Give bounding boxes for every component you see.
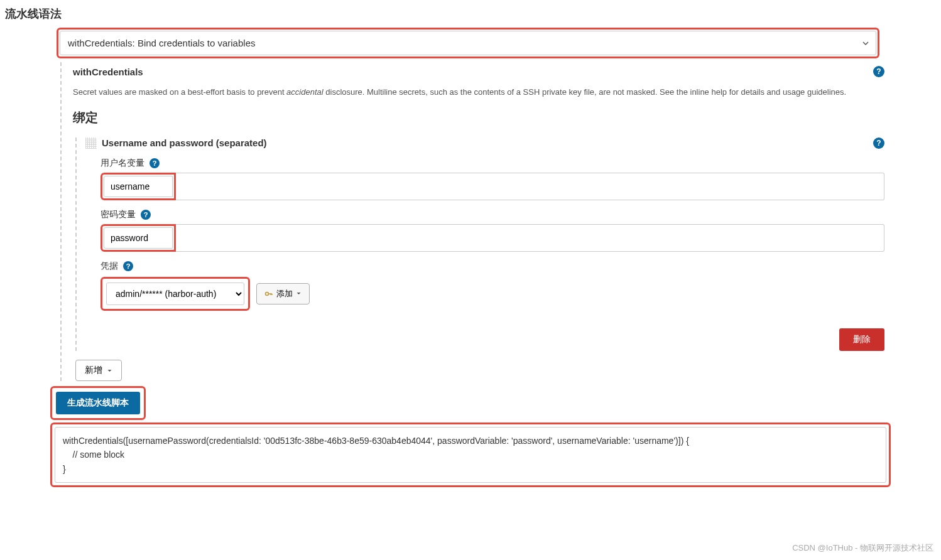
with-credentials-description: Secret values are masked on a best-effor… [73, 86, 884, 99]
username-variable-input-ext[interactable] [176, 173, 884, 200]
sample-step-selected-text: withCredentials: Bind credentials to var… [68, 38, 255, 48]
password-variable-label: 密码变量 [101, 209, 136, 220]
username-variable-highlight [101, 173, 176, 200]
password-variable-input[interactable] [104, 227, 173, 249]
key-icon [264, 289, 273, 298]
pipeline-script-output-highlight: withCredentials([usernamePassword(creden… [50, 423, 891, 487]
with-credentials-heading: withCredentials [73, 67, 143, 77]
help-icon[interactable]: ? [141, 210, 151, 220]
add-credential-button[interactable]: 添加 [256, 283, 310, 304]
help-icon[interactable]: ? [123, 261, 133, 271]
sample-step-select-highlight: withCredentials: Bind credentials to var… [57, 28, 879, 58]
bindings-title: 绑定 [73, 109, 884, 126]
help-icon[interactable]: ? [150, 158, 160, 168]
pipeline-script-output[interactable]: withCredentials([usernamePassword(creden… [55, 427, 886, 483]
binding-type-title: Username and password (separated) [102, 137, 267, 148]
sample-step-select[interactable]: withCredentials: Bind credentials to var… [60, 31, 876, 55]
new-binding-button[interactable]: 新增 [75, 360, 122, 381]
delete-binding-button[interactable]: 删除 [839, 328, 884, 351]
password-variable-input-ext[interactable] [176, 224, 884, 252]
password-variable-highlight [101, 224, 176, 252]
username-variable-label: 用户名变量 [101, 158, 144, 169]
drag-handle-icon[interactable] [85, 137, 97, 149]
page-title: 流水线语法 [0, 0, 941, 28]
caret-down-icon [296, 291, 302, 296]
generate-pipeline-script-button[interactable]: 生成流水线脚本 [56, 392, 140, 414]
username-variable-input[interactable] [104, 176, 173, 197]
caret-down-icon [107, 368, 112, 374]
credentials-select[interactable]: admin/****** (harbor-auth) [106, 283, 244, 305]
generate-button-highlight: 生成流水线脚本 [50, 386, 146, 420]
help-icon[interactable]: ? [873, 66, 884, 77]
credentials-select-highlight: admin/****** (harbor-auth) [101, 277, 250, 311]
help-icon[interactable]: ? [873, 137, 884, 149]
credentials-label: 凭据 [101, 261, 118, 272]
add-credential-label: 添加 [276, 288, 293, 299]
svg-point-0 [266, 292, 269, 295]
chevron-down-icon [862, 40, 869, 47]
